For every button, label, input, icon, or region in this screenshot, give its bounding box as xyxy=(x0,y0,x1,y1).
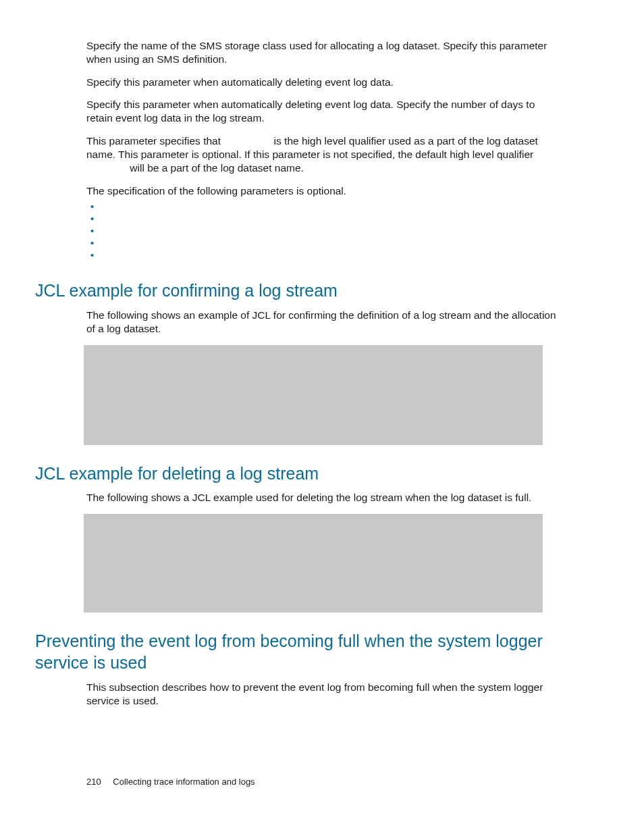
bullet-list xyxy=(86,201,563,262)
section-heading-delete: JCL example for deleting a log stream xyxy=(35,463,563,485)
code-block xyxy=(84,345,543,445)
paragraph: The following shows an example of JCL fo… xyxy=(86,309,563,336)
paragraph: The specification of the following param… xyxy=(86,184,563,198)
paragraph: Specify this parameter when automaticall… xyxy=(86,76,563,89)
paragraph: Specify the name of the SMS storage clas… xyxy=(86,39,563,66)
section-heading-prevent: Preventing the event log from becoming f… xyxy=(35,630,563,674)
list-item xyxy=(86,201,563,213)
list-item xyxy=(86,238,563,250)
paragraph: This subsection describes how to prevent… xyxy=(86,681,563,708)
page-number: 210 xyxy=(86,777,101,787)
text-run: This parameter specifies that xyxy=(86,135,223,147)
page-footer: 210 Collecting trace information and log… xyxy=(86,777,255,787)
section-heading-confirm: JCL example for confirming a log stream xyxy=(35,280,563,302)
code-block xyxy=(84,514,543,613)
paragraph: This parameter specifies that is the hig… xyxy=(86,134,563,174)
paragraph: Specify this parameter when automaticall… xyxy=(86,98,563,125)
list-item xyxy=(86,250,563,262)
text-run: will be a part of the log dataset name. xyxy=(127,162,304,174)
list-item xyxy=(86,213,563,226)
page: Specify the name of the SMS storage clas… xyxy=(0,0,644,834)
list-item xyxy=(86,226,563,238)
paragraph: The following shows a JCL example used f… xyxy=(86,491,563,504)
footer-chapter-title: Collecting trace information and logs xyxy=(113,777,254,787)
